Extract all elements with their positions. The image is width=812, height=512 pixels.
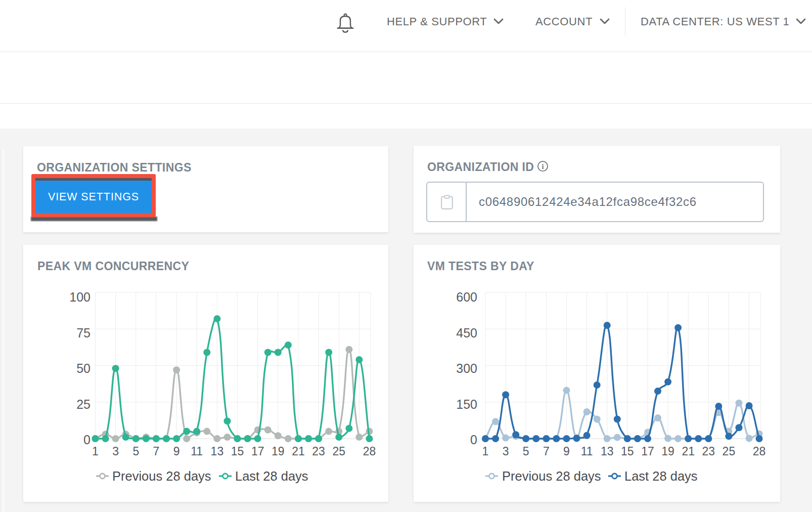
svg-text:7: 7 [153, 445, 160, 458]
svg-text:17: 17 [641, 445, 654, 458]
svg-text:50: 50 [76, 361, 91, 375]
svg-text:21: 21 [682, 445, 695, 458]
svg-text:Previous 28 days: Previous 28 days [112, 469, 211, 483]
svg-text:7: 7 [543, 445, 550, 458]
svg-text:100: 100 [69, 290, 91, 304]
svg-text:25: 25 [76, 397, 91, 411]
svg-text:21: 21 [292, 445, 305, 458]
svg-text:150: 150 [456, 397, 477, 411]
svg-text:13: 13 [211, 445, 224, 458]
svg-text:5: 5 [523, 445, 529, 458]
svg-text:28: 28 [363, 445, 376, 458]
svg-text:23: 23 [312, 445, 325, 458]
svg-text:0: 0 [470, 433, 477, 447]
svg-text:Previous 28 days: Previous 28 days [502, 469, 601, 483]
svg-text:9: 9 [563, 445, 570, 458]
svg-text:11: 11 [581, 445, 593, 458]
svg-text:1: 1 [92, 445, 99, 458]
svg-text:600: 600 [456, 290, 477, 304]
svg-text:25: 25 [333, 445, 346, 458]
svg-text:5: 5 [132, 445, 139, 458]
svg-text:1: 1 [482, 445, 489, 458]
svg-text:Last 28 days: Last 28 days [235, 469, 308, 483]
svg-text:11: 11 [191, 445, 203, 458]
svg-text:0: 0 [83, 433, 91, 447]
svg-text:450: 450 [456, 326, 477, 340]
svg-text:i: i [542, 162, 544, 170]
svg-text:19: 19 [272, 445, 285, 458]
svg-text:17: 17 [251, 445, 264, 458]
svg-text:25: 25 [723, 445, 736, 458]
svg-text:3: 3 [503, 445, 509, 458]
svg-text:19: 19 [661, 445, 674, 458]
svg-text:9: 9 [173, 445, 180, 458]
svg-text:Last 28 days: Last 28 days [624, 469, 698, 483]
svg-text:23: 23 [702, 445, 715, 458]
svg-text:300: 300 [456, 361, 477, 375]
svg-text:13: 13 [601, 445, 614, 458]
svg-text:3: 3 [112, 445, 119, 458]
svg-text:75: 75 [76, 326, 91, 340]
svg-text:28: 28 [753, 445, 766, 458]
svg-text:15: 15 [231, 445, 244, 458]
svg-text:15: 15 [621, 445, 634, 458]
